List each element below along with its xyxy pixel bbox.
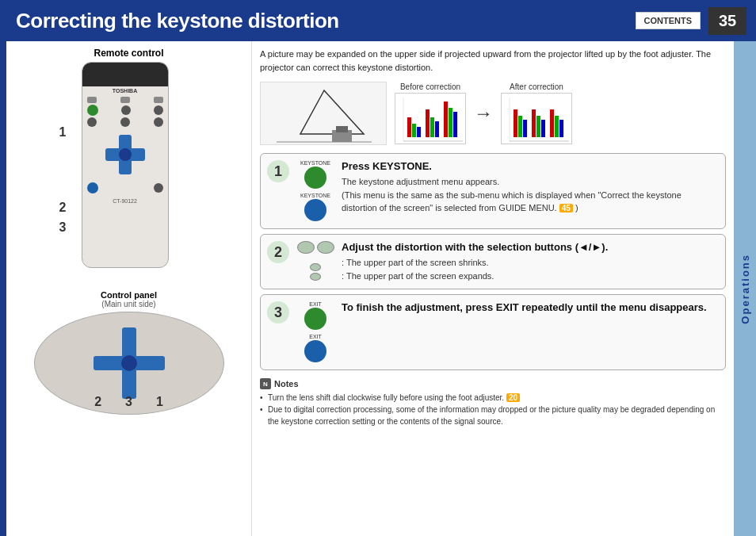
keystone-icon-1: KEYSTONE (300, 160, 330, 190)
step-2-box: 2 (260, 234, 726, 289)
after-label: After correction (510, 82, 563, 91)
control-panel-body: 2 3 1 (34, 312, 224, 415)
accent-bar (0, 0, 6, 536)
svg-rect-16 (514, 109, 517, 137)
after-chart-svg (502, 94, 572, 144)
step-1-desc2: (This menu is the same as the sub-menu w… (342, 189, 719, 215)
svg-rect-22 (550, 109, 554, 137)
operations-text: Operations (739, 254, 751, 324)
svg-rect-9 (430, 117, 434, 137)
notes-label: Notes (274, 379, 299, 389)
cp-label-3: 3 (125, 395, 132, 409)
svg-rect-8 (426, 109, 430, 137)
svg-rect-17 (518, 116, 522, 137)
remote-keystone-green-btn (87, 105, 98, 116)
svg-rect-23 (555, 116, 559, 137)
intro-text: A picture may be expanded on the upper s… (260, 48, 726, 74)
step-2-number: 2 (267, 241, 289, 263)
operations-sidebar: Operations (734, 41, 756, 536)
svg-rect-3 (336, 126, 348, 132)
exit-label-2: EXIT (309, 334, 322, 339)
remote-top (82, 63, 168, 86)
svg-rect-13 (453, 112, 457, 137)
contents-button[interactable]: CONTENTS (636, 12, 701, 29)
step-2-shrink: : The upper part of the screen shrinks. (342, 256, 719, 270)
svg-rect-21 (541, 120, 545, 137)
exit-label-1: EXIT (309, 301, 322, 307)
before-chart (395, 93, 466, 144)
remote-row-3 (87, 117, 163, 127)
cp-label-2: 2 (94, 395, 101, 409)
svg-rect-20 (536, 116, 540, 137)
step-2-icons (296, 241, 335, 282)
label-1: 1 (59, 125, 67, 140)
remote-row-4 (87, 182, 163, 193)
note-ref-1: 20 (506, 393, 520, 402)
step-1-title: Press KEYSTONE. (342, 160, 719, 172)
exit-icon-1: EXIT (304, 301, 326, 331)
svg-marker-1 (300, 90, 364, 134)
remote-btn-input (87, 97, 97, 103)
page-title: Correcting the keystone distortion (16, 9, 339, 33)
step-3-title: To finish the adjustment, press EXIT rep… (342, 301, 719, 313)
body-layout: Remote control 1 2 3 TOSHIBA (6, 41, 756, 536)
remote-control-illustration: 1 2 3 TOSHIBA (74, 62, 185, 284)
remote-btn-round-4 (120, 117, 130, 127)
sel-btn-right (317, 241, 334, 254)
sub-icon-row-1 (310, 263, 321, 271)
step-1-desc3: ) (575, 203, 578, 212)
before-chart-section: Before correction (395, 82, 466, 144)
svg-rect-19 (532, 109, 536, 137)
notes-header: N Notes (260, 378, 726, 389)
svg-rect-18 (523, 120, 527, 137)
exit-green-btn (304, 308, 326, 330)
keystone-label-1: KEYSTONE (300, 160, 330, 166)
remote-brand: TOSHIBA (82, 86, 168, 95)
sub-icons (310, 262, 321, 281)
correction-diagram: Before correction (260, 82, 726, 145)
step-2-content: Adjust the distortion with the selection… (342, 241, 719, 282)
svg-rect-7 (417, 127, 421, 137)
control-panel-section: Control panel (Main unit side) 2 3 1 (13, 290, 245, 415)
step-1-icons: KEYSTONE KEYSTONE (296, 160, 335, 222)
step-1-desc1: The keystone adjustment menu appears. (342, 175, 719, 189)
remote-exit-blue-btn (87, 182, 98, 193)
control-panel-label: Control panel (13, 290, 245, 300)
remote-btn-round-3 (87, 117, 97, 127)
step-1-desc2-text: (This menu is the same as the sub-menu w… (342, 190, 682, 213)
header-right: CONTENTS 35 (636, 7, 747, 35)
remote-btn-round-2 (154, 105, 163, 115)
keystone-label-2: KEYSTONE (300, 193, 330, 198)
before-label: Before correction (400, 82, 460, 91)
svg-rect-11 (444, 101, 448, 137)
arrow-icon: → (474, 102, 493, 124)
sel-btn-row (297, 241, 334, 254)
step-3-number: 3 (267, 301, 289, 324)
svg-rect-10 (435, 121, 439, 137)
remote-body: TOSHIBA (82, 62, 169, 268)
step-1-box: 1 KEYSTONE KEYSTONE Press KEYSTONE. The … (260, 153, 726, 229)
note-item-2: Due to digital correction processing, so… (260, 404, 726, 427)
step-3-box: 3 EXIT EXIT To finish the adjustment, pr… (260, 294, 726, 370)
svg-rect-24 (559, 120, 563, 137)
cp-dpad (94, 327, 165, 399)
sub-icon-row-2 (310, 273, 321, 281)
remote-btn-round-6 (154, 183, 163, 193)
remote-btn-round-5 (154, 117, 163, 127)
cp-dpad-center (121, 355, 137, 371)
remote-row-1 (87, 97, 163, 103)
keystone-icon-2: KEYSTONE (300, 193, 330, 222)
exit-icon-2: EXIT (304, 334, 326, 363)
svg-rect-5 (407, 117, 411, 137)
cp-label-1: 1 (156, 395, 163, 409)
step-1-number: 1 (267, 160, 289, 182)
page-header: Correcting the keystone distortion CONTE… (6, 0, 756, 41)
before-chart-svg (395, 94, 466, 144)
keystone-green-btn (304, 167, 326, 189)
exit-blue-btn (304, 340, 326, 362)
note-item-1: Turn the lens shift dial clockwise fully… (260, 392, 726, 404)
keystone-trapezoid-diagram (260, 82, 387, 145)
selection-btns-icon (297, 241, 334, 254)
step-3-content: To finish the adjustment, press EXIT rep… (342, 301, 719, 363)
svg-rect-6 (412, 124, 416, 137)
